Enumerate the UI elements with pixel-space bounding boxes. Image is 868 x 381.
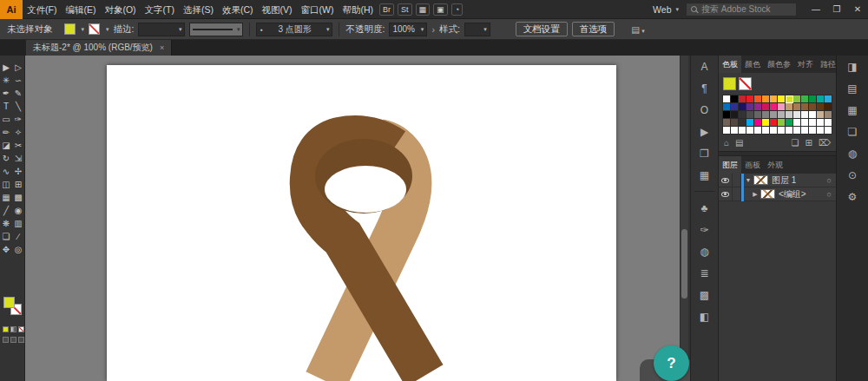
stroke-panel-icon[interactable]: ≣ <box>691 262 718 284</box>
current-fill-swatch[interactable] <box>723 77 736 90</box>
swatch-cell[interactable] <box>723 119 731 127</box>
pencil-tool[interactable]: ✏ <box>1 126 12 139</box>
scale-tool[interactable]: ⇲ <box>13 152 24 165</box>
paintbrush-tool[interactable]: ✑ <box>13 113 24 126</box>
swatch-cell[interactable] <box>731 95 739 103</box>
close-button[interactable]: ✕ <box>847 0 868 19</box>
swatch-cell[interactable] <box>801 111 809 119</box>
swatch-cell[interactable] <box>809 127 817 135</box>
swatch-cell[interactable] <box>731 119 739 127</box>
swatch-cell[interactable] <box>762 103 770 111</box>
swatch-cell[interactable] <box>817 95 825 103</box>
swatch-cell[interactable] <box>825 111 832 119</box>
width-profile-select[interactable]: ▾ <box>189 23 243 36</box>
swatch-cell[interactable] <box>739 111 746 119</box>
menu-window[interactable]: 窗口(W) <box>297 0 339 19</box>
magic-wand-tool[interactable]: ✳ <box>1 74 12 87</box>
color-mode-icon[interactable] <box>3 326 9 332</box>
history-panel-icon[interactable]: ⊙ <box>837 164 868 186</box>
swatch-cell[interactable] <box>778 103 786 111</box>
restore-button[interactable]: ❐ <box>826 0 847 19</box>
brushes-panel-icon[interactable]: ✑ <box>691 219 718 240</box>
swatch-cell[interactable] <box>731 103 739 111</box>
rotate-tool[interactable]: ↻ <box>1 152 12 165</box>
pattern-options-panel-icon[interactable]: ▦ <box>691 164 718 186</box>
menu-file[interactable]: 文件(F) <box>23 0 61 19</box>
curvature-tool[interactable]: ✎ <box>13 87 24 100</box>
menu-edit[interactable]: 编辑(E) <box>61 0 100 19</box>
stock-search-input[interactable]: 搜索 Adobe Stock <box>686 3 797 16</box>
layer-thumbnail[interactable] <box>760 189 775 199</box>
symbols-panel-icon[interactable]: ♣ <box>691 197 718 219</box>
gpu-dial-icon[interactable]: ◔ <box>451 3 463 16</box>
line-segment-tool[interactable]: ╲ <box>13 100 24 113</box>
swatch-libraries-icon[interactable]: ⌂ <box>724 138 729 148</box>
tab-appearance[interactable]: 外观 <box>764 156 786 174</box>
column-graph-tool[interactable]: ▥ <box>13 217 24 230</box>
swatch-cell[interactable] <box>778 119 786 127</box>
swatch-cell[interactable] <box>786 127 793 135</box>
eraser-tool[interactable]: ◪ <box>1 139 12 152</box>
tab-color[interactable]: 颜色 <box>741 56 764 73</box>
expand-arrow[interactable]: ▶ <box>751 191 760 198</box>
swatch-cell[interactable] <box>746 111 754 119</box>
swatch-cell[interactable] <box>825 127 832 135</box>
swatch-cell[interactable] <box>739 127 746 135</box>
draw-behind-icon[interactable] <box>10 337 16 343</box>
grid-view-icon[interactable]: ▦ <box>416 3 431 16</box>
actions-panel-icon[interactable]: ▶ <box>691 121 718 142</box>
image-trace-panel-icon[interactable]: ▦ <box>837 99 868 121</box>
swatch-cell[interactable] <box>723 127 731 135</box>
mesh-tool[interactable]: ▦ <box>1 191 12 204</box>
tab-close-icon[interactable]: × <box>160 43 164 52</box>
layer-row[interactable]: ▶<编组>○ <box>719 187 836 201</box>
settings-gear-icon[interactable]: ⚙ <box>837 186 868 207</box>
opacity-panel-arrow[interactable]: › <box>431 24 435 35</box>
stroke-color-control[interactable] <box>89 23 100 35</box>
brush-definition-select[interactable]: ● 3 点圆形 ▾ <box>256 23 332 36</box>
swatch-cell[interactable] <box>809 119 817 127</box>
gradient-tool[interactable]: ▩ <box>13 191 24 204</box>
scissors-tool[interactable]: ✂ <box>13 139 24 152</box>
character-panel-icon[interactable]: A <box>691 56 718 77</box>
visibility-toggle[interactable] <box>719 187 733 201</box>
draw-inside-icon[interactable] <box>18 337 24 343</box>
swatch-cell[interactable] <box>817 103 825 111</box>
swatch-cell[interactable] <box>786 111 793 119</box>
swatch-cell[interactable] <box>786 95 793 103</box>
new-color-group-icon[interactable]: ❏ <box>792 138 799 148</box>
menu-help[interactable]: 帮助(H) <box>339 0 378 19</box>
swatch-cell[interactable] <box>762 111 770 119</box>
arrange-documents-icon[interactable]: ▣ <box>433 3 448 16</box>
tab-align[interactable]: 对齐 <box>794 56 817 73</box>
swatch-cell[interactable] <box>809 95 817 103</box>
artboard-tool[interactable]: ❏ <box>1 230 12 243</box>
asset-export-panel-icon[interactable]: ❏ <box>837 121 868 142</box>
swatch-cell[interactable] <box>770 95 778 103</box>
document-tab[interactable]: 未标题-2* @ 100% (RGB/预览) × <box>26 40 172 56</box>
tab-artboards[interactable]: 画板 <box>741 156 764 174</box>
stock-button[interactable]: St <box>398 3 412 16</box>
hand-tool[interactable]: ✥ <box>1 243 12 256</box>
swatch-cell[interactable] <box>739 103 746 111</box>
menu-object[interactable]: 对象(O) <box>100 0 140 19</box>
tab-layers[interactable]: 图层 <box>719 156 741 174</box>
swatch-cell[interactable] <box>770 103 778 111</box>
swatch-cell[interactable] <box>770 119 778 127</box>
tab-color-guide[interactable]: 颜色参 <box>764 56 794 73</box>
libraries-panel-icon[interactable]: ◨ <box>837 56 868 77</box>
swatch-cell[interactable] <box>754 119 762 127</box>
expand-arrow[interactable]: ▼ <box>744 177 753 183</box>
swatch-cell[interactable] <box>793 103 801 111</box>
swatch-cell[interactable] <box>793 95 801 103</box>
control-panel-menu-icon[interactable]: ▤▾ <box>631 24 644 35</box>
opentype-panel-icon[interactable]: O <box>691 99 718 121</box>
lasso-tool[interactable]: ∽ <box>13 74 24 87</box>
swatch-cell[interactable] <box>801 95 809 103</box>
swatch-cell[interactable] <box>801 119 809 127</box>
minimize-button[interactable]: — <box>806 0 826 19</box>
scrollbar-thumb[interactable] <box>681 229 687 299</box>
swatch-cell[interactable] <box>746 127 754 135</box>
workspace-switcher[interactable]: Web ▾ <box>646 4 686 15</box>
swatch-cell[interactable] <box>739 119 746 127</box>
